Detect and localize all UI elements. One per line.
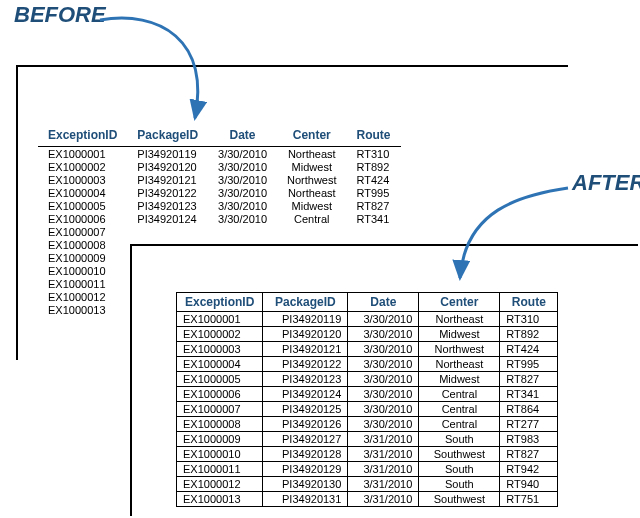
before-cell: 3/30/2010 [208, 173, 277, 186]
after-cell: PI34920126 [263, 417, 348, 432]
after-cell: EX1000005 [177, 372, 263, 387]
table-row: EX1000007 [38, 225, 401, 238]
col-exception-id: ExceptionID [177, 293, 263, 312]
after-cell: RT341 [500, 387, 558, 402]
table-row: EX1000006PI349201243/30/2010CentralRT341 [177, 387, 558, 402]
table-row: EX1000003PI349201213/30/2010NorthwestRT4… [38, 173, 401, 186]
after-label: AFTER [572, 170, 640, 196]
table-row: EX1000006PI349201243/30/2010CentralRT341 [38, 212, 401, 225]
after-cell: EX1000011 [177, 462, 263, 477]
after-cell: RT940 [500, 477, 558, 492]
table-row: EX1000001PI349201193/30/2010NortheastRT3… [177, 312, 558, 327]
after-cell: Midwest [419, 327, 500, 342]
after-cell: RT424 [500, 342, 558, 357]
before-cell [208, 225, 277, 238]
table-row: EX1000003PI349201213/30/2010NorthwestRT4… [177, 342, 558, 357]
after-cell: Northeast [419, 357, 500, 372]
table-row: EX1000004PI349201223/30/2010NortheastRT9… [38, 186, 401, 199]
table-row: EX1000002PI349201203/30/2010MidwestRT892 [38, 160, 401, 173]
after-cell: 3/30/2010 [348, 327, 419, 342]
before-cell [347, 225, 401, 238]
after-cell: RT864 [500, 402, 558, 417]
after-cell: Central [419, 387, 500, 402]
before-cell: 3/30/2010 [208, 160, 277, 173]
before-cell: PI34920120 [127, 160, 208, 173]
after-cell: 3/30/2010 [348, 417, 419, 432]
after-cell: PI34920129 [263, 462, 348, 477]
after-cell: RT892 [500, 327, 558, 342]
after-cell: PI34920120 [263, 327, 348, 342]
before-cell: 3/30/2010 [208, 147, 277, 161]
after-cell: RT751 [500, 492, 558, 507]
col-route: Route [500, 293, 558, 312]
table-row: EX1000012PI349201303/31/2010SouthRT940 [177, 477, 558, 492]
after-cell: RT983 [500, 432, 558, 447]
before-cell: EX1000005 [38, 199, 127, 212]
table-row: EX1000005PI349201233/30/2010MidwestRT827 [38, 199, 401, 212]
col-route: Route [347, 128, 401, 147]
after-cell: PI34920124 [263, 387, 348, 402]
table-row: EX1000013PI349201313/31/2010SouthwestRT7… [177, 492, 558, 507]
after-cell: South [419, 462, 500, 477]
before-cell: EX1000001 [38, 147, 127, 161]
before-cell: EX1000006 [38, 212, 127, 225]
table-row: EX1000002PI349201203/30/2010MidwestRT892 [177, 327, 558, 342]
before-cell: PI34920121 [127, 173, 208, 186]
after-cell: RT310 [500, 312, 558, 327]
before-cell: EX1000010 [38, 264, 127, 277]
after-cell: South [419, 477, 500, 492]
before-label: BEFORE [14, 2, 106, 28]
before-cell: PI34920123 [127, 199, 208, 212]
after-cell: EX1000007 [177, 402, 263, 417]
before-cell: EX1000007 [38, 225, 127, 238]
after-cell: RT277 [500, 417, 558, 432]
before-cell: Northeast [277, 186, 347, 199]
after-cell: EX1000003 [177, 342, 263, 357]
before-cell: EX1000003 [38, 173, 127, 186]
before-cell: Midwest [277, 160, 347, 173]
after-cell: 3/31/2010 [348, 432, 419, 447]
before-cell: 3/30/2010 [208, 212, 277, 225]
col-date: Date [348, 293, 419, 312]
before-cell: RT310 [347, 147, 401, 161]
after-cell: 3/31/2010 [348, 462, 419, 477]
after-cell: RT942 [500, 462, 558, 477]
after-cell: 3/30/2010 [348, 312, 419, 327]
before-cell: RT892 [347, 160, 401, 173]
after-cell: PI34920121 [263, 342, 348, 357]
after-cell: 3/31/2010 [348, 477, 419, 492]
after-cell: Midwest [419, 372, 500, 387]
table-row: EX1000007PI349201253/30/2010CentralRT864 [177, 402, 558, 417]
after-cell: 3/31/2010 [348, 447, 419, 462]
before-cell: 3/30/2010 [208, 199, 277, 212]
after-cell: EX1000012 [177, 477, 263, 492]
after-cell: 3/30/2010 [348, 342, 419, 357]
after-cell: South [419, 432, 500, 447]
after-cell: 3/30/2010 [348, 402, 419, 417]
before-cell: EX1000008 [38, 238, 127, 251]
before-cell: Midwest [277, 199, 347, 212]
before-cell: EX1000012 [38, 290, 127, 303]
after-cell: PI34920128 [263, 447, 348, 462]
table-row: EX1000009PI349201273/31/2010SouthRT983 [177, 432, 558, 447]
after-cell: 3/30/2010 [348, 372, 419, 387]
after-cell: PI34920123 [263, 372, 348, 387]
after-cell: Southwest [419, 447, 500, 462]
table-row: EX1000005PI349201233/30/2010MidwestRT827 [177, 372, 558, 387]
col-package-id: PackageID [263, 293, 348, 312]
before-cell: 3/30/2010 [208, 186, 277, 199]
before-cell: EX1000009 [38, 251, 127, 264]
after-cell: EX1000008 [177, 417, 263, 432]
after-cell: EX1000001 [177, 312, 263, 327]
before-cell: EX1000011 [38, 277, 127, 290]
col-package-id: PackageID [127, 128, 208, 147]
before-cell: RT424 [347, 173, 401, 186]
after-cell: PI34920125 [263, 402, 348, 417]
before-cell: Central [277, 212, 347, 225]
before-cell: EX1000013 [38, 303, 127, 316]
before-cell: PI34920119 [127, 147, 208, 161]
col-center: Center [419, 293, 500, 312]
after-cell: Northeast [419, 312, 500, 327]
after-cell: PI34920122 [263, 357, 348, 372]
after-header-row: ExceptionID PackageID Date Center Route [177, 293, 558, 312]
